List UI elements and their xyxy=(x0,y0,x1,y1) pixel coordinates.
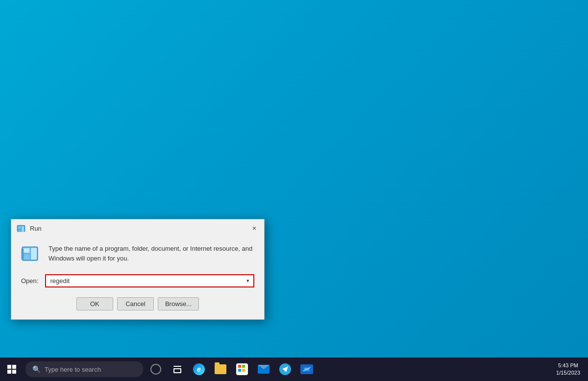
svg-rect-1 xyxy=(18,226,21,229)
desktop: Run × Type the name of a program, folder… xyxy=(0,0,588,381)
start-icon xyxy=(7,365,16,374)
telegram-button[interactable] xyxy=(274,358,296,380)
task-view-button[interactable] xyxy=(167,358,188,380)
run-buttons: OK Cancel Browse... xyxy=(11,295,264,319)
store-button[interactable] xyxy=(231,358,253,380)
run-body: Type the name of a program, folder, docu… xyxy=(11,237,264,272)
folder-icon xyxy=(215,364,226,374)
cortana-icon xyxy=(150,364,161,375)
run-open-label: Open: xyxy=(21,277,38,285)
svg-rect-11 xyxy=(242,365,245,368)
svg-rect-2 xyxy=(22,226,24,232)
svg-rect-9 xyxy=(21,249,24,260)
edge-icon: e xyxy=(193,363,205,375)
run-description: Type the name of a program, folder, docu… xyxy=(49,244,254,263)
svg-rect-6 xyxy=(31,248,37,260)
run-title-text: Run xyxy=(30,225,42,232)
run-titlebar: Run × xyxy=(11,219,264,237)
run-title-left: Run xyxy=(16,223,42,233)
file-explorer-button[interactable] xyxy=(210,358,231,380)
taskbar-search-icon: 🔍 xyxy=(32,365,41,373)
start-button[interactable] xyxy=(0,357,24,381)
run-close-button[interactable]: × xyxy=(249,223,259,233)
store-icon xyxy=(236,363,248,375)
mail-icon xyxy=(258,365,270,374)
tray-clock[interactable]: 5:43 PM 1/15/2023 xyxy=(552,362,584,377)
run-app-icon xyxy=(16,223,26,233)
easus-icon xyxy=(300,364,313,374)
taskbar-search-bar[interactable]: 🔍 Type here to search xyxy=(25,361,143,377)
taskbar: 🔍 Type here to search e xyxy=(0,357,588,381)
taskbar-search-placeholder: Type here to search xyxy=(45,366,101,373)
cortana-button[interactable] xyxy=(145,358,167,380)
run-large-icon xyxy=(21,245,41,264)
run-open-row: Open: ▾ xyxy=(11,272,264,295)
taskview-icon xyxy=(173,366,181,373)
run-open-input-wrapper[interactable]: ▾ xyxy=(45,274,254,287)
edge-button[interactable]: e xyxy=(188,358,210,380)
run-ok-button[interactable]: OK xyxy=(76,297,113,310)
run-dropdown-arrow-icon[interactable]: ▾ xyxy=(245,278,251,284)
svg-rect-12 xyxy=(238,369,241,372)
run-open-input[interactable] xyxy=(48,276,245,286)
run-title-icon xyxy=(16,223,26,233)
svg-rect-10 xyxy=(238,365,241,368)
svg-rect-7 xyxy=(23,254,30,260)
run-body-icon xyxy=(21,245,41,264)
run-cancel-button[interactable]: Cancel xyxy=(117,297,154,310)
svg-rect-13 xyxy=(242,369,245,372)
mail-button[interactable] xyxy=(253,358,274,380)
svg-rect-3 xyxy=(18,229,21,232)
taskbar-tray: 5:43 PM 1/15/2023 xyxy=(552,362,588,377)
svg-rect-8 xyxy=(24,249,29,252)
run-dialog: Run × Type the name of a program, folder… xyxy=(11,219,265,320)
easus-button[interactable] xyxy=(296,358,318,380)
telegram-icon xyxy=(279,363,291,375)
run-browse-button[interactable]: Browse... xyxy=(158,297,199,310)
